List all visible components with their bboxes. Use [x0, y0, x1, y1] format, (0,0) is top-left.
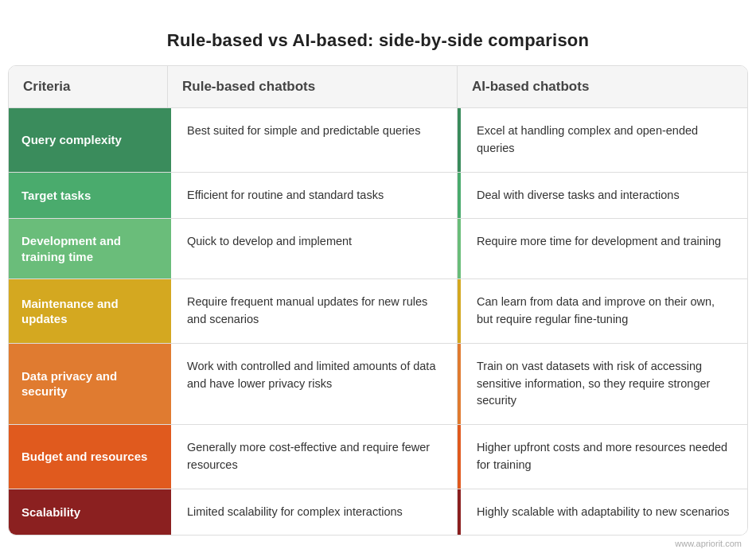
comparison-container: Rule-based vs AI-based: side-by-side com…	[8, 16, 748, 548]
ai-cell: Highly scalable with adaptability to new…	[458, 489, 747, 536]
ai-cell: Can learn from data and improve on their…	[458, 279, 747, 343]
rule-cell: Limited scalability for complex interact…	[168, 489, 458, 536]
header-criteria: Criteria	[9, 66, 168, 107]
ai-cell: Train on vast datasets with risk of acce…	[458, 344, 747, 424]
criteria-cell: Query complexity	[9, 108, 168, 172]
rule-cell: Work with controlled and limited amounts…	[168, 344, 458, 424]
table-body: Query complexityBest suited for simple a…	[9, 107, 747, 535]
header-rule-based: Rule-based chatbots	[168, 66, 458, 107]
table-row: Query complexityBest suited for simple a…	[9, 107, 747, 172]
criteria-cell: Data privacy and security	[9, 344, 168, 424]
watermark: www.apriorit.com	[8, 536, 748, 548]
table-row: Maintenance and updatesRequire frequent …	[9, 278, 747, 343]
table-row: Target tasksEfficient for routine and st…	[9, 172, 747, 219]
rule-cell: Efficient for routine and standard tasks	[168, 173, 458, 219]
rule-cell: Require frequent manual updates for new …	[168, 279, 458, 343]
criteria-cell: Scalability	[9, 489, 168, 536]
ai-cell: Deal with diverse tasks and interactions	[458, 173, 747, 219]
rule-cell: Best suited for simple and predictable q…	[168, 108, 458, 172]
ai-cell: Require more time for development and tr…	[458, 219, 747, 278]
criteria-cell: Maintenance and updates	[9, 279, 168, 343]
table-row: ScalabilityLimited scalability for compl…	[9, 489, 747, 536]
page-title: Rule-based vs AI-based: side-by-side com…	[8, 16, 748, 65]
criteria-cell: Development and training time	[9, 219, 168, 278]
criteria-cell: Target tasks	[9, 173, 168, 219]
table-row: Development and training timeQuick to de…	[9, 218, 747, 278]
table-header: Criteria Rule-based chatbots AI-based ch…	[9, 66, 747, 107]
table-row: Data privacy and securityWork with contr…	[9, 343, 747, 424]
rule-cell: Quick to develop and implement	[168, 219, 458, 278]
criteria-cell: Budget and resources	[9, 425, 168, 489]
header-ai-based: AI-based chatbots	[458, 66, 747, 107]
comparison-table: Criteria Rule-based chatbots AI-based ch…	[8, 65, 748, 536]
rule-cell: Generally more cost-effective and requir…	[168, 425, 458, 489]
ai-cell: Excel at handling complex and open-ended…	[458, 108, 747, 172]
ai-cell: Higher upfront costs and more resources …	[458, 425, 747, 489]
table-row: Budget and resourcesGenerally more cost-…	[9, 424, 747, 489]
